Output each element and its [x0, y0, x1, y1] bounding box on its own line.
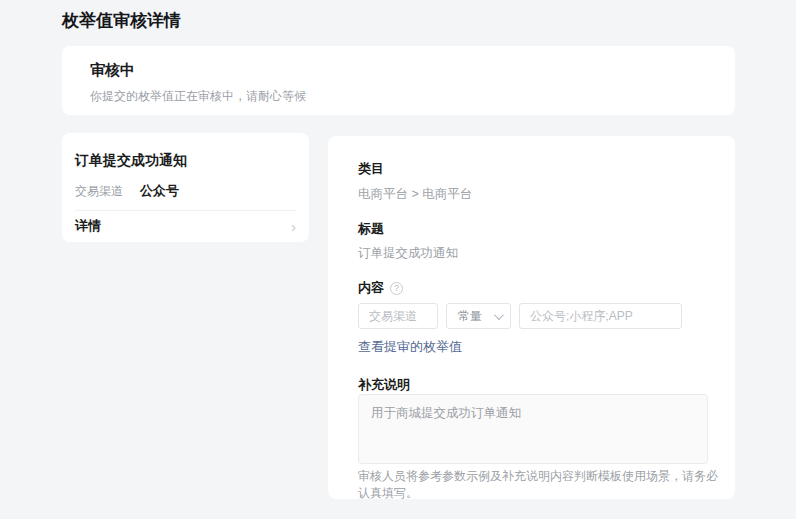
status-description: 你提交的枚举值正在审核中，请耐心等候: [90, 88, 707, 105]
content-param-row: 常量: [358, 303, 682, 329]
page-canvas: 枚举值审核详情 审核中 你提交的枚举值正在审核中，请耐心等候 订单提交成功通知 …: [0, 0, 796, 519]
help-icon[interactable]: ?: [390, 282, 403, 295]
param-name-input[interactable]: [358, 303, 438, 329]
param-type-value: 常量: [458, 308, 482, 325]
param-value: 公众号: [140, 183, 179, 198]
content-field-label: 内容 ?: [358, 279, 403, 297]
status-card: 审核中 你提交的枚举值正在审核中，请耐心等候: [62, 46, 735, 115]
review-footnote: 审核人员将参考参数示例及补充说明内容判断模板使用场景，请务必认真填写。: [358, 468, 718, 502]
title-field-label: 标题: [358, 220, 384, 238]
note-textarea[interactable]: 用于商城提交成功订单通知: [358, 394, 708, 464]
chevron-right-icon: ›: [291, 219, 296, 234]
category-value: 电商平台 > 电商平台: [358, 186, 472, 203]
chevron-down-icon: [494, 310, 504, 320]
content-label-text: 内容: [358, 279, 384, 297]
note-field-label: 补充说明: [358, 376, 410, 394]
detail-label: 详情: [75, 217, 101, 235]
category-label: 类目: [358, 160, 384, 178]
detail-card: 类目 电商平台 > 电商平台 标题 订单提交成功通知 内容 ? 常量 查看提审的…: [328, 136, 735, 499]
title-field-value: 订单提交成功通知: [358, 245, 458, 262]
view-enum-values-link[interactable]: 查看提审的枚举值: [358, 338, 462, 356]
param-example-input[interactable]: [519, 303, 682, 329]
template-param-row: 交易渠道公众号: [75, 182, 179, 200]
param-type-select[interactable]: 常量: [446, 303, 511, 329]
param-name-label: 交易渠道: [75, 184, 123, 198]
template-title: 订单提交成功通知: [75, 152, 187, 170]
detail-row[interactable]: 详情 ›: [75, 211, 296, 241]
status-title: 审核中: [90, 61, 707, 80]
page-title: 枚举值审核详情: [62, 9, 181, 32]
template-summary-card: 订单提交成功通知 交易渠道公众号 详情 ›: [62, 133, 309, 242]
